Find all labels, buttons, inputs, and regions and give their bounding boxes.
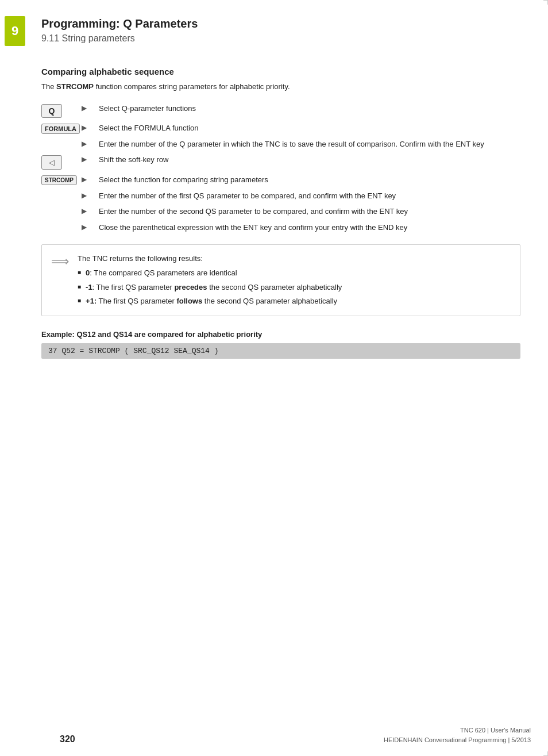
main-content: Programming: Q Parameters 9.11 String pa… — [30, 0, 548, 756]
note-bold: -1 — [86, 283, 92, 291]
code-block: 37 Q52 = STRCOMP ( SRC_QS12 SEA_QS14 ) — [41, 343, 520, 359]
page-container: 9 Programming: Q Parameters 9.11 String … — [0, 0, 548, 756]
intro-text: The STRCOMP function compares string par… — [41, 81, 520, 93]
instruction-row: ▶ Enter the number of the Q parameter in… — [41, 139, 520, 150]
icon-cell — [41, 190, 82, 191]
note-bold-precedes: precedes — [174, 283, 207, 291]
text-cell: Enter the number of the Q parameter in w… — [93, 139, 520, 150]
instruction-text: Select Q-parameter functions — [99, 104, 196, 113]
instruction-row: ▶ Enter the number of the first QS param… — [41, 190, 520, 202]
icon-cell: FORMULA — [41, 122, 82, 134]
instructions-table: Q ▶ Select Q-parameter functions FORMULA… — [41, 103, 520, 233]
note-content: The TNC returns the following results: ■… — [78, 253, 511, 308]
instruction-text: Shift the soft-key row — [99, 155, 168, 164]
arrow-cell: ▶ — [82, 190, 93, 199]
note-bullet: ■ — [78, 269, 81, 275]
text-cell: Shift the soft-key row — [93, 154, 520, 166]
shift-key-icon: ◁ — [41, 155, 62, 170]
chapter-tab: 9 — [5, 16, 25, 46]
note-item-text: 0: The compared QS parameters are identi… — [86, 267, 237, 279]
page-footer: 320 TNC 620 | User's Manual HEIDENHAIN C… — [60, 726, 531, 745]
text-cell: Enter the number of the second QS parame… — [93, 206, 520, 217]
note-intro-text: The TNC returns the following results: — [78, 253, 511, 265]
instruction-text: Enter the number of the first QS paramet… — [99, 191, 396, 200]
note-bold-follows: follows — [176, 297, 202, 305]
text-cell: Select the FORMULA function — [93, 122, 520, 134]
instruction-row: Q ▶ Select Q-parameter functions — [41, 103, 520, 118]
page-header: Programming: Q Parameters 9.11 String pa… — [41, 16, 520, 44]
instruction-row: ◁ ▶ Shift the soft-key row — [41, 154, 520, 170]
sub-title: 9.11 String parameters — [41, 33, 520, 44]
note-bullet: ■ — [78, 283, 81, 290]
arrow-cell: ▶ — [82, 103, 93, 112]
arrow-cell: ▶ — [82, 174, 93, 183]
section-heading: Comparing alphabetic sequence — [41, 67, 520, 76]
note-arrow-icon: ⟹ — [51, 254, 70, 269]
instruction-text: Close the parenthetical expression with … — [99, 223, 407, 232]
formula-key-icon: FORMULA — [41, 124, 80, 134]
instruction-row: STRCOMP ▶ Select the function for compar… — [41, 174, 520, 186]
arrow-cell: ▶ — [82, 154, 93, 163]
text-cell: Select the function for comparing string… — [93, 174, 520, 186]
footer-line1: TNC 620 | User's Manual — [384, 726, 531, 735]
note-item: ■ -1: The first QS parameter precedes th… — [78, 282, 511, 294]
arrow-cell: ▶ — [82, 222, 93, 231]
arrow-cell: ▶ — [82, 139, 93, 148]
instruction-text: Select the FORMULA function — [99, 124, 198, 132]
arrow-cell: ▶ — [82, 206, 93, 215]
icon-cell — [41, 139, 82, 140]
icon-cell — [41, 222, 82, 223]
icon-cell: ◁ — [41, 154, 82, 170]
text-cell: Enter the number of the first QS paramet… — [93, 190, 520, 202]
strcomp-keyword: STRCOMP — [56, 82, 94, 91]
page-number: 320 — [60, 734, 75, 745]
note-item-text: +1: The first QS parameter follows the s… — [86, 296, 337, 308]
strcomp-key-icon: STRCOMP — [41, 175, 77, 185]
instruction-text: Enter the number of the second QS parame… — [99, 207, 408, 216]
note-bold-plus1: +1: — [86, 297, 97, 305]
note-bold: 0 — [86, 268, 90, 277]
instruction-row: ▶ Enter the number of the second QS para… — [41, 206, 520, 217]
sidebar: 9 — [0, 0, 30, 756]
footer-line2: HEIDENHAIN Conversational Programming | … — [384, 735, 531, 745]
text-cell: Select Q-parameter functions — [93, 103, 520, 114]
icon-cell: STRCOMP — [41, 174, 82, 185]
text-cell: Close the parenthetical expression with … — [93, 222, 520, 233]
icon-cell: Q — [41, 103, 82, 118]
q-key-icon: Q — [41, 104, 62, 118]
arrow-cell: ▶ — [82, 122, 93, 132]
note-item: ■ +1: The first QS parameter follows the… — [78, 296, 511, 308]
instruction-row: ▶ Close the parenthetical expression wit… — [41, 222, 520, 233]
instruction-text: Select the function for comparing string… — [99, 175, 268, 184]
note-item: ■ 0: The compared QS parameters are iden… — [78, 267, 511, 279]
example-heading: Example: QS12 and QS14 are compared for … — [41, 330, 520, 339]
instruction-row: FORMULA ▶ Select the FORMULA function — [41, 122, 520, 134]
icon-cell — [41, 206, 82, 207]
footer-text: TNC 620 | User's Manual HEIDENHAIN Conve… — [384, 726, 531, 745]
main-title: Programming: Q Parameters — [41, 16, 520, 31]
note-bullet: ■ — [78, 297, 81, 304]
note-item-text: -1: The first QS parameter precedes the … — [86, 282, 342, 294]
instruction-text: Enter the number of the Q parameter in w… — [99, 140, 484, 148]
chapter-number: 9 — [11, 24, 18, 39]
note-box: ⟹ The TNC returns the following results:… — [41, 244, 520, 316]
